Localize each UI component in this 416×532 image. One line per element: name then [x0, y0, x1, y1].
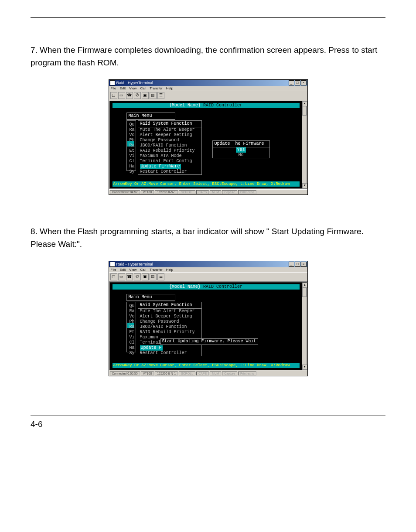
confirm-box[interactable]: Update The Firmware Yes No — [212, 140, 270, 158]
close-button[interactable]: × — [301, 262, 307, 267]
term-title-model: {Model Name} — [169, 284, 201, 289]
close-button[interactable]: × — [301, 80, 307, 85]
tb-props-icon[interactable]: ☰ — [157, 92, 164, 99]
rsf-item[interactable]: Change Password — [140, 138, 200, 143]
status-caps: CAPS — [196, 190, 209, 194]
tb-disconnect-icon[interactable]: ✆ — [134, 92, 141, 99]
rsf-item[interactable]: JBOD/RAID Function — [140, 143, 200, 148]
main-menu-title: Main Menu — [127, 294, 175, 301]
term-helpbar: ArrowKey Or AZ:Move Cursor, Enter:Select… — [113, 363, 300, 368]
terminal-screen: {Model Name} RAID Controller Main Menu Q… — [110, 101, 302, 188]
status-baud: 115200 8-N-1 — [155, 372, 178, 375]
rsf-item[interactable]: Terminal Port Config — [140, 159, 200, 164]
rsf-item[interactable]: RAID Rebuild Priority — [140, 148, 200, 153]
tb-props-icon[interactable]: ☰ — [157, 273, 164, 280]
step7-text: 7. When the Firmware completes downloadi… — [31, 44, 385, 69]
scrollbar[interactable]: ▴ ▾ — [302, 283, 307, 370]
progress-box: Start Updating Firmware, Please Wait — [160, 338, 258, 345]
status-baud: 115200 8-N-1 — [155, 190, 178, 194]
rsf-item[interactable]: Alert Beeper Setting — [140, 314, 200, 319]
status-scroll: SCROLL — [179, 372, 195, 375]
tb-send-icon[interactable]: ▣ — [142, 92, 149, 99]
rsf-box[interactable]: Raid System Function Mute The Alert Beep… — [138, 120, 202, 175]
menu-call[interactable]: Call — [140, 86, 146, 90]
status-connected: Connected 0:05:55 — [110, 372, 140, 375]
toolbar: ▢ ▭ ☎ ✆ ▣ ▤ ☰ — [109, 272, 307, 282]
confirm-title: Update The Firmware — [213, 141, 269, 147]
main-menu-box: Main Menu — [126, 294, 175, 301]
tb-new-icon[interactable]: ▢ — [110, 273, 117, 280]
rsf-item[interactable]: Mute The Alert Beeper — [140, 127, 200, 133]
confirm-no[interactable]: No — [215, 153, 268, 158]
menu-transfer[interactable]: Transfer — [150, 268, 163, 272]
menu-help[interactable]: Help — [166, 86, 173, 90]
main-menu-sideitems: Qu Ra Vo Ph Ra Et Vi Cl Ha Sy — [130, 304, 135, 356]
term-title: {Model Name} RAID Controller — [113, 103, 300, 108]
rsf-item[interactable]: Change Password — [140, 319, 200, 324]
menu-view[interactable]: View — [129, 268, 136, 272]
rsf-item[interactable]: RAID Rebuild Priority — [140, 330, 200, 335]
menu-edit[interactable]: Edit — [119, 86, 126, 90]
rsf-title: Raid System Function — [138, 302, 201, 309]
maximize-button[interactable]: □ — [295, 80, 300, 85]
tb-connect-icon[interactable]: ☎ — [126, 273, 133, 280]
tb-connect-icon[interactable]: ☎ — [126, 92, 133, 99]
screenshot-2: Raid - HyperTerminal _ □ × File Edit Vie… — [31, 261, 385, 376]
hyperterminal-window: Raid - HyperTerminal _ □ × File Edit Vie… — [109, 79, 308, 195]
top-rule — [31, 17, 385, 18]
progress-msg: Start Updating Firmware, Please Wait — [161, 339, 258, 344]
rsf-box[interactable]: Raid System Function Mute The Alert Beep… — [138, 302, 202, 356]
menu-view[interactable]: View — [129, 86, 136, 90]
scroll-down-icon[interactable]: ▾ — [302, 365, 307, 370]
minimize-button[interactable]: _ — [289, 80, 294, 85]
window-title: Raid - HyperTerminal — [116, 81, 153, 85]
tb-disconnect-icon[interactable]: ✆ — [134, 273, 141, 280]
rsf-item[interactable]: Update F — [140, 345, 200, 351]
scroll-thumb[interactable] — [302, 287, 307, 297]
window-titlebar: Raid - HyperTerminal _ □ × — [109, 261, 307, 267]
rsf-item[interactable]: Maximum ATA Mode — [140, 153, 200, 159]
menu-call[interactable]: Call — [140, 268, 146, 272]
bottom-rule — [31, 416, 385, 416]
scroll-thumb[interactable] — [302, 106, 307, 116]
rsf-item[interactable]: Update FirmWare — [140, 164, 200, 169]
status-caps: CAPS — [196, 372, 209, 375]
tb-new-icon[interactable]: ▢ — [110, 92, 117, 99]
rsf-list: Mute The Alert Beeper Alert Beeper Setti… — [138, 309, 201, 356]
rsf-list: Mute The Alert Beeper Alert Beeper Setti… — [138, 127, 201, 174]
menu-help[interactable]: Help — [166, 268, 173, 272]
maximize-button[interactable]: □ — [295, 262, 300, 267]
tb-send-icon[interactable]: ▣ — [142, 273, 149, 280]
confirm-yes[interactable]: Yes — [215, 147, 268, 153]
terminal-screen: {Model Name} RAID Controller Main Menu Q… — [110, 283, 302, 370]
main-menu-sideitems: Qu Ra Vo Ph Ra Et Vi Cl Ha Sy — [130, 122, 135, 174]
scroll-down-icon[interactable]: ▾ — [302, 183, 307, 188]
rsf-item[interactable]: Restart Controller — [140, 169, 200, 174]
tb-receive-icon[interactable]: ▤ — [150, 92, 157, 99]
rsf-title: Raid System Function — [138, 121, 201, 127]
status-emu: VT100 — [141, 372, 154, 375]
tb-open-icon[interactable]: ▭ — [118, 273, 125, 280]
tb-receive-icon[interactable]: ▤ — [150, 273, 157, 280]
screenshot-1: Raid - HyperTerminal _ □ × File Edit Vie… — [31, 79, 385, 195]
rsf-item[interactable]: JBOD/RAID Function — [140, 324, 200, 330]
menu-bar: File Edit View Call Transfer Help — [109, 86, 307, 91]
term-title-label: RAID Controller — [201, 103, 242, 108]
tb-open-icon[interactable]: ▭ — [118, 92, 125, 99]
term-title-model: {Model Name} — [169, 103, 201, 108]
app-icon — [110, 80, 115, 85]
rsf-item[interactable]: Mute The Alert Beeper — [140, 309, 200, 314]
term-title-label: RAID Controller — [201, 284, 242, 289]
scrollbar[interactable]: ▴ ▾ — [302, 101, 307, 188]
menu-transfer[interactable]: Transfer — [150, 86, 163, 90]
rsf-item[interactable]: Restart Controller — [140, 351, 200, 356]
menu-file[interactable]: File — [111, 268, 116, 272]
status-bar: Connected 0:05:55 VT100 115200 8-N-1 SCR… — [109, 371, 307, 376]
menu-file[interactable]: File — [111, 86, 116, 90]
window-title: Raid - HyperTerminal — [116, 262, 153, 266]
menu-edit[interactable]: Edit — [119, 268, 126, 272]
rsf-item[interactable]: Alert Beeper Setting — [140, 133, 200, 138]
minimize-button[interactable]: _ — [289, 262, 294, 267]
menu-bar: File Edit View Call Transfer Help — [109, 267, 307, 272]
term-helpbar: ArrowKey Or AZ:Move Cursor, Enter:Select… — [113, 181, 300, 187]
